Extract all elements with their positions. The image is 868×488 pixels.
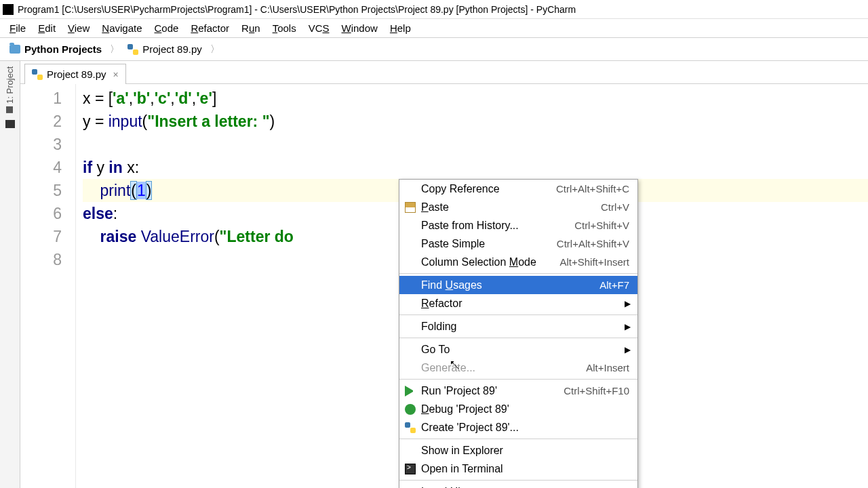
menu-separator — [399, 314, 637, 315]
chevron-icon: 〉 — [210, 43, 220, 56]
menu-separator — [399, 273, 637, 274]
run-icon — [405, 386, 416, 396]
cm-generate: Generate... Alt+Insert — [399, 359, 637, 377]
window-title: Program1 [C:\Users\USER\PycharmProjects\… — [18, 4, 576, 15]
context-menu: Copy Reference Ctrl+Alt+Shift+C Paste Ct… — [399, 179, 638, 488]
cm-refactor[interactable]: Refactor ▶ — [399, 294, 637, 312]
code-line-4: if y in x: — [83, 156, 868, 179]
menubar: File Edit View Navigate Code Refactor Ru… — [0, 19, 868, 38]
menu-code[interactable]: Code — [149, 21, 184, 35]
pycharm-icon — [3, 4, 14, 15]
titlebar[interactable]: Program1 [C:\Users\USER\PycharmProjects\… — [0, 0, 868, 19]
breadcrumb-file-label: Project 89.py — [142, 43, 202, 55]
menu-view[interactable]: View — [62, 21, 95, 35]
python-icon — [405, 422, 416, 433]
menu-separator — [399, 480, 637, 481]
cm-open-terminal[interactable]: Open in Terminal — [399, 460, 637, 478]
menu-tools[interactable]: Tools — [267, 21, 302, 35]
project-tool-button[interactable]: 1: Project — [5, 66, 15, 113]
cm-goto[interactable]: Go To ▶ — [399, 340, 637, 359]
cm-local-history[interactable]: Local History ▶ — [399, 483, 637, 488]
python-file-icon — [127, 44, 138, 55]
code-line-1: x = ['a','b','c','d','e'] — [83, 87, 868, 110]
project-tool-label: 1: Project — [5, 66, 15, 104]
chevron-right-icon: ▶ — [625, 299, 631, 308]
left-tool-gutter: 1: Project — [0, 61, 20, 488]
cm-debug[interactable]: Debug 'Project 89' — [399, 400, 637, 418]
menu-run[interactable]: Run — [236, 21, 266, 35]
cm-find-usages[interactable]: Find Usages Alt+F7 — [399, 276, 637, 294]
chevron-right-icon: ▶ — [625, 345, 631, 354]
cm-paste-simple[interactable]: Paste Simple Ctrl+Alt+Shift+V — [399, 235, 637, 253]
menu-file[interactable]: File — [4, 21, 31, 35]
breadcrumb: Python Projects 〉 Project 89.py 〉 — [0, 38, 868, 61]
debug-icon — [405, 404, 416, 415]
close-icon[interactable]: × — [113, 69, 119, 80]
cm-paste-history[interactable]: Paste from History... Ctrl+Shift+V — [399, 216, 637, 235]
cm-create[interactable]: Create 'Project 89'... — [399, 418, 637, 436]
chevron-icon: 〉 — [110, 43, 119, 56]
cm-copy-reference[interactable]: Copy Reference Ctrl+Alt+Shift+C — [399, 180, 637, 198]
menu-help[interactable]: Help — [384, 21, 416, 35]
menu-vcs[interactable]: VCS — [303, 21, 335, 35]
breadcrumb-folder[interactable]: Python Projects — [5, 42, 106, 56]
chevron-right-icon: ▶ — [625, 322, 631, 331]
file-tab[interactable]: Project 89.py × — [24, 64, 126, 84]
menu-edit[interactable]: Edit — [33, 21, 61, 35]
breadcrumb-file[interactable]: Project 89.py — [123, 42, 206, 56]
menu-navigate[interactable]: Navigate — [96, 21, 147, 35]
cm-folding[interactable]: Folding ▶ — [399, 317, 637, 336]
code-line-2: y = input("Insert a letter: ") — [83, 110, 868, 133]
menu-separator — [399, 338, 637, 338]
editor-tabs: Project 89.py × — [20, 61, 868, 84]
project-icon — [7, 106, 14, 113]
code-line-3 — [83, 133, 868, 156]
folder-icon — [9, 45, 20, 54]
cm-show-explorer[interactable]: Show in Explorer — [399, 441, 637, 460]
python-file-icon — [32, 69, 43, 80]
paste-icon — [405, 202, 416, 213]
gutter-line-numbers: 1 2 3 4 5 6 7 8 — [20, 84, 76, 488]
file-tab-label: Project 89.py — [47, 68, 106, 80]
menu-separator — [399, 379, 637, 380]
structure-tool-icon[interactable] — [5, 120, 15, 128]
cm-run[interactable]: Run 'Project 89' Ctrl+Shift+F10 — [399, 382, 637, 400]
menu-separator — [399, 439, 637, 439]
cm-column-selection[interactable]: Column Selection Mode Alt+Shift+Insert — [399, 253, 637, 271]
breadcrumb-folder-label: Python Projects — [24, 43, 102, 55]
menu-window[interactable]: Window — [336, 21, 383, 35]
terminal-icon — [405, 464, 416, 474]
cm-paste[interactable]: Paste Ctrl+V — [399, 198, 637, 216]
menu-refactor[interactable]: Refactor — [185, 21, 235, 35]
